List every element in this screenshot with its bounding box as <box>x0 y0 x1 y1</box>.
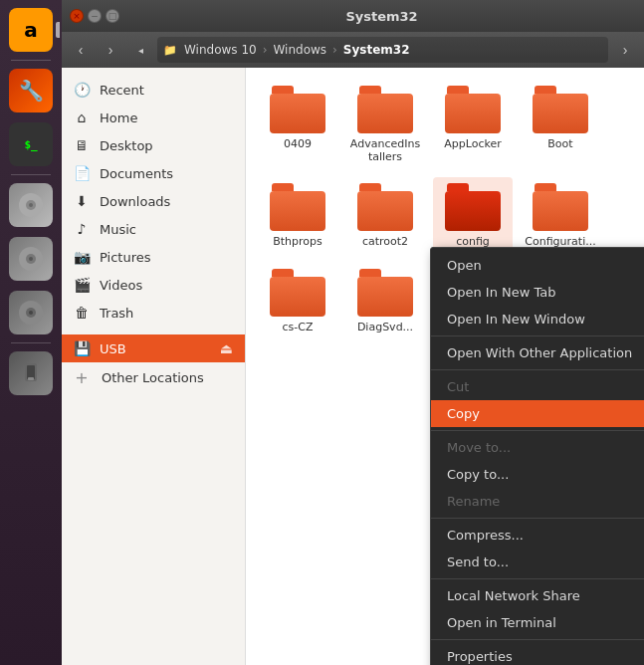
sidebar: 🕐 Recent ⌂ Home 🖥 Desktop 📄 Documents ⬇ … <box>62 68 246 665</box>
prev-history-button[interactable]: ◂ <box>127 37 153 63</box>
forward-button[interactable]: › <box>98 37 123 63</box>
breadcrumb-win10[interactable]: Windows 10 <box>180 41 261 59</box>
folder-icon-applocker <box>445 86 501 133</box>
sidebar-item-home[interactable]: ⌂ Home <box>62 104 245 131</box>
usb-sidebar-icon: 💾 <box>74 340 90 356</box>
cm-properties[interactable]: Properties <box>431 643 644 665</box>
launcher-item-disk2[interactable] <box>6 233 56 285</box>
launcher-item-disk3[interactable] <box>6 287 56 338</box>
cm-move-to[interactable]: Move to... <box>431 434 644 461</box>
more-button[interactable]: › <box>612 37 638 63</box>
close-button[interactable]: × <box>70 9 84 23</box>
tools-icon: 🔧 <box>9 69 53 112</box>
sidebar-item-trash[interactable]: 🗑 Trash <box>62 299 245 327</box>
folder-diagsvd[interactable]: DiagSvd... <box>345 263 425 339</box>
home-icon: ⌂ <box>74 110 90 125</box>
disk3-icon <box>9 291 53 334</box>
svg-point-5 <box>29 257 33 261</box>
cm-open[interactable]: Open <box>431 252 644 279</box>
launcher: a 🔧 $_ <box>0 0 62 665</box>
folder-icon-catroot2 <box>357 183 413 231</box>
sidebar-label-home: Home <box>100 111 137 125</box>
cm-divider-5 <box>431 578 644 579</box>
window-title: System32 <box>127 9 636 24</box>
cm-rename[interactable]: Rename <box>431 488 644 515</box>
back-button[interactable]: ‹ <box>68 37 94 63</box>
folder-boot[interactable]: Boot <box>521 80 600 169</box>
minimize-button[interactable]: − <box>88 9 102 23</box>
terminal-icon: $_ <box>9 122 53 166</box>
launcher-item-amazon[interactable]: a <box>6 4 56 56</box>
folder-config[interactable]: config <box>433 177 513 254</box>
folder-bc-icon: 📁 <box>163 44 177 57</box>
sidebar-item-downloads[interactable]: ⬇ Downloads <box>62 187 245 215</box>
sidebar-item-music[interactable]: ♪ Music <box>62 215 245 243</box>
eject-icon[interactable]: ⏏ <box>220 340 233 356</box>
svg-point-8 <box>29 311 33 315</box>
launcher-item-terminal[interactable]: $_ <box>6 118 56 170</box>
launcher-item-disk1[interactable] <box>6 179 56 231</box>
cm-open-new-tab[interactable]: Open In New Tab <box>431 279 644 306</box>
cm-divider-2 <box>431 369 644 370</box>
breadcrumb-windows[interactable]: Windows <box>269 41 330 59</box>
sidebar-item-documents[interactable]: 📄 Documents <box>62 159 245 187</box>
maximize-button[interactable]: □ <box>106 9 119 23</box>
folder-cs-cz[interactable]: cs-CZ <box>258 263 337 339</box>
folder-configuration[interactable]: Configurati... <box>521 177 600 254</box>
launcher-divider-2 <box>11 174 51 175</box>
sidebar-item-desktop[interactable]: 🖥 Desktop <box>62 131 245 159</box>
folder-icon-cs-cz <box>270 269 325 317</box>
sidebar-item-pictures[interactable]: 📷 Pictures <box>62 243 245 271</box>
sidebar-item-usb[interactable]: 💾 USB ⏏ <box>62 334 245 362</box>
folder-name-advanced: AdvancedInstallers <box>349 137 421 163</box>
sidebar-label-downloads: Downloads <box>100 194 170 209</box>
folder-icon-config <box>445 183 501 231</box>
folder-icon-diagsvd <box>357 269 413 317</box>
pictures-icon: 📷 <box>74 249 90 265</box>
breadcrumb: 📁 Windows 10 › Windows › System32 <box>157 37 608 63</box>
cm-copy-to[interactable]: Copy to... <box>431 461 644 488</box>
cm-divider-4 <box>431 518 644 519</box>
launcher-divider-3 <box>11 342 51 343</box>
cm-open-terminal[interactable]: Open in Terminal <box>431 609 644 636</box>
desktop-icon: 🖥 <box>74 137 90 153</box>
file-area: 0409 AdvancedInstallers AppLocker <box>246 68 644 665</box>
folder-name-bthprops: Bthprops <box>273 235 322 248</box>
sidebar-item-recent[interactable]: 🕐 Recent <box>62 76 245 104</box>
folder-name-boot: Boot <box>547 137 572 150</box>
sidebar-label-trash: Trash <box>100 306 133 321</box>
svg-rect-10 <box>27 365 35 379</box>
add-location-icon: + <box>74 368 90 387</box>
downloads-icon: ⬇ <box>74 193 90 209</box>
launcher-item-tools[interactable]: 🔧 <box>6 65 56 116</box>
sidebar-item-other-locations[interactable]: + Other Locations <box>62 362 245 393</box>
cm-compress[interactable]: Compress... <box>431 522 644 549</box>
cm-cut[interactable]: Cut <box>431 373 644 400</box>
folder-icon-advanced <box>357 86 413 133</box>
cm-local-network[interactable]: Local Network Share <box>431 582 644 609</box>
cm-copy[interactable]: Copy <box>431 400 644 427</box>
sidebar-label-desktop: Desktop <box>100 138 153 153</box>
folder-icon-bthprops <box>270 183 325 231</box>
disk1-icon <box>9 183 53 227</box>
breadcrumb-system32[interactable]: System32 <box>339 41 414 59</box>
folder-catroot2[interactable]: catroot2 <box>345 177 425 254</box>
bc-sep-2: › <box>330 43 339 57</box>
main-area: 🕐 Recent ⌂ Home 🖥 Desktop 📄 Documents ⬇ … <box>62 68 644 665</box>
toolbar: ‹ › ◂ 📁 Windows 10 › Windows › System32 … <box>62 32 644 68</box>
amazon-icon: a <box>9 8 53 52</box>
folder-name-cs-cz: cs-CZ <box>283 321 314 333</box>
folder-bthprops[interactable]: Bthprops <box>258 177 337 254</box>
cm-open-with-other[interactable]: Open With Other Application <box>431 339 644 366</box>
folder-applocker[interactable]: AppLocker <box>433 80 513 169</box>
sidebar-item-videos[interactable]: 🎬 Videos <box>62 271 245 299</box>
folder-0409[interactable]: 0409 <box>258 80 337 169</box>
recent-icon: 🕐 <box>74 82 90 98</box>
folder-advanced-installers[interactable]: AdvancedInstallers <box>345 80 425 169</box>
cm-send-to[interactable]: Send to... <box>431 549 644 575</box>
svg-point-2 <box>29 203 33 207</box>
sidebar-label-documents: Documents <box>100 166 173 181</box>
sidebar-label-recent: Recent <box>100 83 144 98</box>
cm-open-new-window[interactable]: Open In New Window <box>431 306 644 332</box>
launcher-item-usb[interactable] <box>6 347 56 399</box>
